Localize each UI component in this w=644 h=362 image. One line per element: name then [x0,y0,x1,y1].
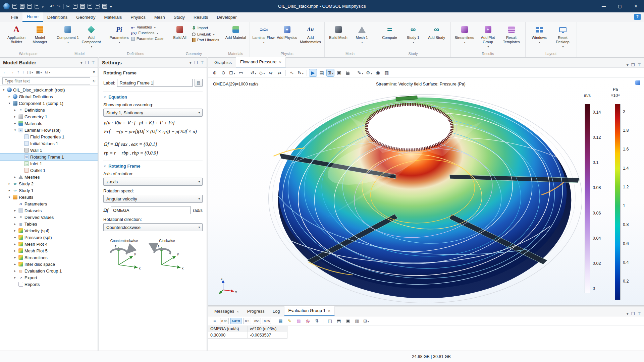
tree-item-study-2[interactable]: Study 2 [0,180,98,187]
tree-item-mesh-plot-4[interactable]: Mesh Plot 4 [0,241,98,247]
view-menu-icon[interactable]: ◇ [258,69,266,76]
axis-of-rotation-select[interactable]: z-axis [103,178,203,186]
save-icon[interactable] [27,4,32,9]
mesh-1-button[interactable]: Mesh 1 [351,23,373,45]
replot-icon[interactable]: ↻ [297,69,304,76]
expand-icon[interactable] [13,276,17,279]
maximize-button[interactable]: ▢ [612,0,628,12]
tree-item-inter-disc-space[interactable]: Inter disc space [0,261,98,267]
help-button[interactable]: ? [634,14,641,20]
zoom-in-icon[interactable]: ⊕ [211,69,218,76]
table-header-cell[interactable]: w*100 (m^3/s) [248,326,287,332]
tree-item-rotating-frame-1[interactable]: Rotating Frame 1 [0,154,98,160]
redo-icon[interactable]: ↷ [57,4,61,9]
undo-icon[interactable]: ↶ [50,4,54,9]
model-tree-menu-icon[interactable]: ▾ [93,70,95,74]
compute-button[interactable]: = Compute [378,23,401,40]
decimal-notation-button[interactable]: 0.85 [263,318,271,324]
tree-item-reports[interactable]: Reports [0,281,98,288]
label-input[interactable]: Rotating Frame 1 [117,79,193,87]
tab-evaluation-group-1[interactable]: Evaluation Group 1 [284,306,335,316]
expand-icon[interactable] [2,88,6,92]
menu-results[interactable]: Results [189,13,212,22]
tree-item-wall-1[interactable]: Wall 1 [0,147,98,154]
collapse-panel-icon[interactable]: ▾ [627,311,629,316]
image-to-table-icon[interactable]: ▤ [318,69,325,76]
add-study-button[interactable]: ∞ Add Study [425,23,448,40]
expand-icon[interactable] [13,256,17,259]
application-builder-button[interactable]: A Application Builder [5,23,28,44]
tree-item-inlet-1[interactable]: Inlet 1 [0,160,98,167]
expand-icon[interactable] [7,189,11,192]
reset-desktop-button[interactable]: Reset Desktop [551,23,574,49]
forward-icon[interactable]: → [10,70,14,74]
float-panel-icon[interactable]: ❐ [194,60,198,65]
plot-settings-icon[interactable]: ∿ [288,69,296,76]
label-menu-button[interactable]: ▤ [195,79,203,87]
pin-panel-icon[interactable]: ⊤ [201,60,204,65]
expand-icon[interactable] [7,95,11,98]
table-list-icon[interactable]: ≡ [211,317,218,325]
tree-item-meshes[interactable]: Meshes [0,174,98,180]
build-mesh-button[interactable]: Build Mesh [327,23,350,40]
tree-item-velocity[interactable]: Velocity (spf) [0,227,98,234]
close-button[interactable]: ✕ [628,0,644,12]
table-row[interactable]: 0.30000 -0.0053537 [208,332,644,339]
run-icon[interactable]: ▸ [42,4,44,9]
float-panel-icon[interactable]: ❐ [631,311,635,316]
node-grouping-icon[interactable]: ▦ [36,70,42,74]
go-to-default-view-icon[interactable]: ↺ [250,69,257,76]
pin-panel-icon[interactable]: ⊤ [638,311,641,316]
tree-item-laminar-flow[interactable]: Laminar Flow (spf) [0,127,98,133]
parameter-case-button[interactable]: Parameter Case [131,37,163,41]
add-material-button[interactable]: Add Material [224,23,247,40]
close-tab-icon[interactable] [236,309,239,314]
close-tab-icon[interactable] [279,59,281,64]
tree-item-streamlines[interactable]: Streamlines [0,254,98,261]
tree-item-materials[interactable]: Materials [0,120,98,127]
expand-icon[interactable] [13,242,17,246]
tree-item-geometry-1[interactable]: Geometry 1 [0,113,98,120]
menu-definitions[interactable]: Definitions [43,13,72,22]
3d-plot-scene[interactable] [208,78,644,305]
expand-icon[interactable] [13,222,17,226]
graphics-canvas[interactable]: OMEGA(29)=1000 rad/s Streamline: Velocit… [208,78,644,305]
tree-item-global-definitions[interactable]: Global Definitions [0,93,98,100]
collapse-panel-icon[interactable]: ▾ [190,60,192,65]
rotational-direction-select[interactable]: Counterclockwise [103,223,203,231]
menu-mesh[interactable]: Mesh [150,13,169,22]
tree-item-component-1[interactable]: Component 1 (comp 1) [0,100,98,107]
expand-icon[interactable] [13,108,17,112]
add-plot-group-button[interactable]: + Add Plot Group [477,23,499,49]
part-libraries-button[interactable]: Part Libraries [192,38,219,42]
menu-materials[interactable]: Materials [100,13,126,22]
rotation-speed-select[interactable]: Angular velocity [103,195,203,203]
filter-input[interactable] [2,77,90,84]
zoom-box-icon[interactable]: ▭ [237,69,245,76]
expand-icon[interactable] [13,216,17,219]
add-physics-button[interactable]: + Add Physics [276,23,299,40]
expand-icon[interactable] [13,236,17,239]
expand-icon[interactable] [13,128,17,132]
tree-item-mesh-plot-5[interactable]: Mesh Plot 5 [0,247,98,254]
import-button[interactable]: ⇩ Import [192,25,208,31]
move-down-icon[interactable]: ↓ [22,70,24,74]
scene-settings-icon[interactable]: ⚙ [365,69,373,76]
expand-icon[interactable] [13,269,17,273]
marker-icon[interactable]: ◎ [304,317,311,325]
copy-icon[interactable] [73,4,77,9]
tree-item-parameters[interactable]: Parameters [0,200,98,207]
pin-panel-icon[interactable]: ⊤ [638,63,641,67]
study-1-button[interactable]: ∞ Study 1 [402,23,425,45]
select-box-icon[interactable]: ▣ [335,69,343,76]
section-equation[interactable]: Equation [103,92,203,100]
automatic-notation-button[interactable]: AUTO [230,318,241,324]
tab-messages[interactable]: Messages [210,307,243,316]
tab-log[interactable]: Log [269,307,284,316]
show-options-icon[interactable]: ◫ [27,70,33,74]
paste-icon[interactable] [80,4,85,9]
laminar-flow-button[interactable]: ≈≈ Laminar Flow [252,23,275,45]
scientific-notation-button[interactable]: 8.5 [243,318,251,324]
tree-item-tables[interactable]: Tables [0,221,98,227]
copy-table-icon[interactable]: ◫ [326,317,333,325]
